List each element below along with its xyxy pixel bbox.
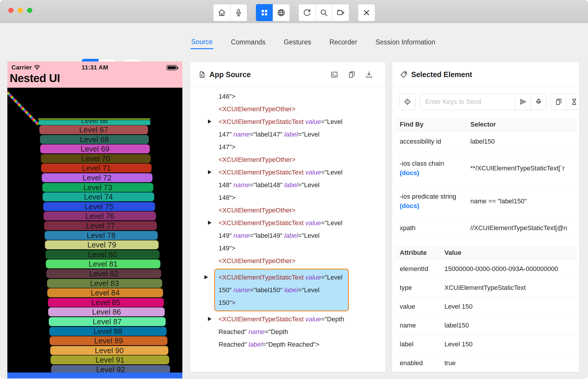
terminal-icon[interactable] (330, 71, 338, 79)
refresh-button[interactable] (299, 4, 316, 21)
minimize-window-button[interactable] (18, 8, 23, 13)
level-bar[interactable]: Level 75 (43, 202, 155, 211)
source-line[interactable]: 147" name="label147" label="Level (219, 128, 380, 141)
record-video-button[interactable] (332, 4, 349, 21)
source-line[interactable]: <XCUIElementTypeStaticText value="Level (219, 271, 348, 284)
close-icon (362, 8, 371, 17)
source-line[interactable]: 148" name="label148" label="Level (219, 179, 380, 191)
level-bar[interactable]: Level 88 (49, 327, 167, 336)
level-bar[interactable]: Level 76 (43, 211, 156, 221)
overlapping-level-labels: Level Level Level Level (81, 88, 120, 96)
locate-element-button[interactable] (399, 94, 416, 110)
home-button[interactable] (213, 4, 230, 21)
level-bar[interactable]: Level 71 (41, 163, 152, 173)
docs-link[interactable]: (docs) (400, 168, 466, 178)
source-line[interactable]: 149"> (219, 242, 380, 255)
expand-caret-icon[interactable] (208, 119, 211, 124)
source-line[interactable]: 150"> (219, 296, 348, 309)
zoom-window-button[interactable] (27, 8, 32, 13)
device-screenshot[interactable]: Carrier 11:31 AM Nested UI Level Level L… (7, 61, 182, 378)
send-keys-button[interactable] (515, 94, 531, 110)
expand-caret-icon[interactable] (204, 275, 208, 279)
source-line[interactable]: <XCUIElementTypeStaticText value="Depth (219, 313, 380, 325)
grid-view-button[interactable] (256, 4, 273, 21)
clear-keys-button[interactable] (531, 94, 547, 110)
level-bar[interactable]: Level 79 (45, 240, 159, 250)
source-line[interactable]: Reached" name="Depth (219, 325, 380, 338)
find-by-row: xpath//XCUIElementTypeStaticText[@n (395, 218, 576, 238)
level-bar[interactable]: Level 74 (42, 192, 154, 202)
level-bar[interactable]: Level 78 (44, 231, 158, 240)
phone-content: Level Level Level Level Level 66 Level 6… (7, 88, 182, 373)
globe-button[interactable] (273, 4, 290, 21)
source-line[interactable]: <XCUIElementTypeOther> (219, 153, 380, 166)
selector-col-header: Selector (466, 121, 576, 128)
expand-caret-icon[interactable] (208, 221, 211, 225)
tab-recorder[interactable]: Recorder (329, 36, 358, 49)
level-bar[interactable]: Level 68 (40, 135, 149, 144)
download-source-icon[interactable] (365, 71, 373, 79)
level-bar[interactable]: Level 80 (45, 250, 160, 259)
level-bar[interactable]: Level 85 (48, 298, 164, 307)
inspector-tabs: SourceCommandsGesturesRecorderSession In… (191, 23, 436, 61)
selected-element-title: Selected Element (411, 70, 472, 79)
level-bar[interactable]: Level 73 (42, 183, 154, 192)
microphone-button[interactable] (230, 4, 247, 21)
expand-caret-icon[interactable] (208, 170, 211, 174)
tab-source[interactable]: Source (191, 36, 213, 49)
wait-timeout-button[interactable] (566, 94, 579, 110)
level-bar[interactable]: Level 82 (46, 269, 161, 278)
tab-session-information[interactable]: Session Information (375, 36, 436, 49)
find-by-row: -ios class chain(docs)**/XCUIElementType… (395, 152, 576, 185)
attribute-row: valueLevel 150 (395, 297, 576, 316)
app-source-title: App Source (209, 70, 251, 79)
element-utility-group (551, 94, 579, 110)
tab-gestures[interactable]: Gestures (283, 36, 312, 49)
copy-attributes-button[interactable] (551, 94, 567, 110)
docs-link[interactable]: (docs) (400, 201, 466, 211)
level-bar[interactable]: Level 90 (50, 346, 169, 355)
level-bar[interactable]: Level 84 (47, 288, 163, 297)
close-session-button[interactable] (358, 4, 375, 21)
copy-source-icon[interactable] (348, 71, 356, 79)
level-bar[interactable]: Level 83 (47, 279, 162, 288)
source-line[interactable]: <XCUIElementTypeOther> (219, 204, 380, 217)
keys-input[interactable] (420, 94, 515, 110)
level-bar[interactable]: Level 67 (39, 125, 148, 134)
level-bar[interactable]: Level 81 (46, 259, 161, 269)
selected-source-highlight[interactable]: <XCUIElementTypeStaticText value="Level1… (214, 269, 349, 311)
expand-caret-icon[interactable] (208, 317, 211, 321)
level-bar[interactable]: Level 69 (40, 144, 150, 154)
source-line[interactable]: <XCUIElementTypeStaticText value="Level (219, 166, 380, 179)
app-source-header: App Source (190, 62, 385, 87)
level-bar[interactable]: Level 92 (51, 365, 170, 373)
refresh-icon (303, 8, 312, 17)
find-by-row: -ios predicate string(docs)name == "labe… (395, 185, 576, 218)
source-line[interactable]: 148"> (219, 191, 380, 204)
level-bar[interactable]: Level 72 (41, 173, 153, 182)
level-bar[interactable]: Level 87 (49, 317, 166, 326)
grid-icon (260, 8, 269, 17)
close-window-button[interactable] (8, 8, 14, 13)
source-line[interactable]: <XCUIElementTypeOther> (219, 255, 380, 267)
source-line[interactable]: 147"> (219, 141, 380, 153)
level-bar[interactable]: Level 77 (44, 221, 157, 230)
copy-icon (555, 98, 562, 106)
hourglass-icon (570, 98, 578, 106)
source-line[interactable]: <XCUIElementTypeStaticText value="Level (219, 217, 380, 229)
document-icon (198, 71, 206, 79)
app-window: SourceCommandsGesturesRecorderSession In… (0, 0, 588, 379)
search-button[interactable] (315, 4, 332, 21)
source-line[interactable]: 149" name="label149" label="Level (219, 229, 380, 242)
level-bar[interactable]: Level 89 (49, 336, 168, 345)
tab-commands[interactable]: Commands (230, 36, 266, 49)
level-bar[interactable]: Level 91 (50, 355, 169, 365)
source-line[interactable]: 146"> (219, 90, 380, 103)
level-bar[interactable]: Level 86 (48, 307, 165, 317)
source-line[interactable]: 150" name="label150" label="Level (219, 284, 348, 296)
element-actions (392, 87, 579, 110)
source-line[interactable]: <XCUIElementTypeOther> (219, 103, 380, 115)
level-bar[interactable]: Level 70 (41, 154, 151, 163)
source-line[interactable]: Reached" label="Depth Reached"> (219, 338, 380, 351)
source-line[interactable]: <XCUIElementTypeStaticText value="Level (219, 115, 380, 128)
